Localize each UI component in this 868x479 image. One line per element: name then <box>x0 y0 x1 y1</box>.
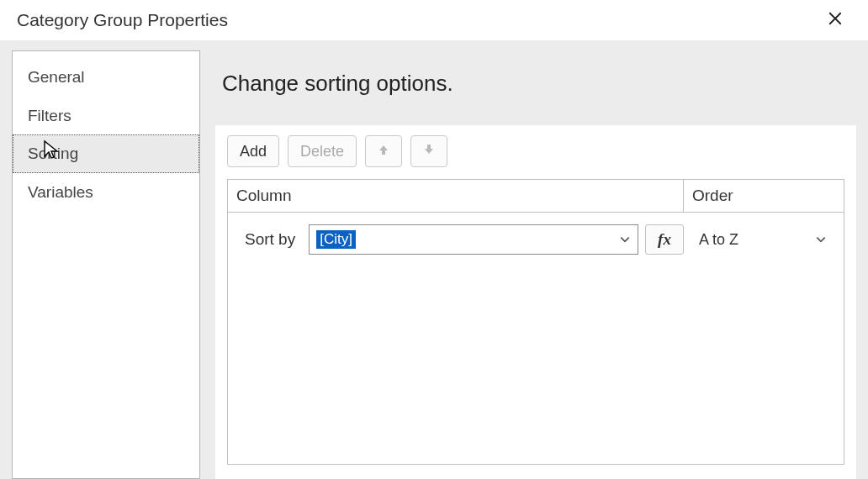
expression-builder-button[interactable]: fx <box>645 224 684 255</box>
sort-by-label: Sort by <box>245 230 295 249</box>
chevron-down-icon <box>815 234 827 245</box>
sidebar-item-filters[interactable]: Filters <box>13 97 199 135</box>
sort-expression-combobox[interactable]: [City] <box>309 224 638 255</box>
sidebar-item-general[interactable]: General <box>13 58 199 97</box>
dialog-window: Category Group Properties General Filter… <box>0 0 868 479</box>
fx-icon: fx <box>658 230 671 249</box>
sort-grid: Column Order Sort by [City] fx <box>227 179 844 465</box>
sort-row: Sort by [City] fx A to Z <box>228 213 844 263</box>
chevron-down-icon <box>619 234 631 245</box>
grid-header-row: Column Order <box>228 180 844 213</box>
sort-order-combobox[interactable]: A to Z <box>691 224 834 255</box>
main-panel: Change sorting options. Add Delete <box>215 50 856 479</box>
close-button[interactable] <box>818 3 853 38</box>
sort-toolbar: Add Delete <box>227 135 844 167</box>
sidebar-item-label: General <box>28 68 85 86</box>
sidebar-item-label: Sorting <box>28 145 78 162</box>
add-button[interactable]: Add <box>227 135 279 167</box>
sidebar-item-sorting[interactable]: Sorting <box>13 134 199 173</box>
grid-header-column: Column <box>228 180 684 212</box>
arrow-down-icon <box>422 143 436 161</box>
arrow-up-icon <box>377 143 390 161</box>
sidebar-item-variables[interactable]: Variables <box>13 173 199 212</box>
titlebar: Category Group Properties <box>0 0 868 40</box>
window-title: Category Group Properties <box>17 10 818 30</box>
move-down-button[interactable] <box>410 135 447 167</box>
sort-order-value: A to Z <box>699 231 738 249</box>
sidebar-item-label: Filters <box>28 107 71 124</box>
dialog-body: General Filters Sorting Variables Change… <box>0 40 868 479</box>
sidebar-item-label: Variables <box>28 183 93 201</box>
sorting-panel: Add Delete Column <box>215 125 856 479</box>
move-up-button[interactable] <box>365 135 402 167</box>
sort-expression-value: [City] <box>316 230 356 249</box>
page-heading: Change sorting options. <box>215 50 856 125</box>
grid-header-order: Order <box>684 180 844 212</box>
sidebar-nav: General Filters Sorting Variables <box>12 50 200 479</box>
delete-button[interactable]: Delete <box>288 135 357 167</box>
close-icon <box>828 11 843 30</box>
